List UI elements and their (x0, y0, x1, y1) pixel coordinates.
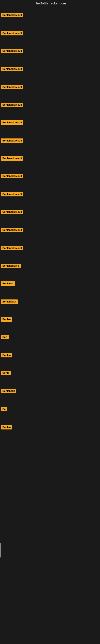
page-container: TheBottlenecker.com Bottleneck resultBot… (0, 0, 100, 644)
bottleneck-item: Bottlen (1, 353, 12, 358)
bottleneck-item: Bottleneck result (1, 192, 23, 197)
bottleneck-badge[interactable]: Bottleneck result (1, 192, 23, 196)
bottleneck-badge[interactable]: Bottleneck result (1, 228, 23, 232)
bottleneck-item: Bottleneck result (1, 49, 23, 54)
bottleneck-badge[interactable]: Bottlen (1, 353, 12, 358)
bottleneck-item: Bott (1, 335, 9, 340)
bottleneck-item: Bottleneck result (1, 85, 23, 90)
bottleneck-badge[interactable]: Bottleneck result (1, 138, 23, 143)
bottleneck-item: Bottleneck result (1, 156, 23, 162)
bottleneck-item: Bottleneck result (1, 246, 23, 251)
site-title: TheBottlenecker.com (0, 0, 100, 7)
bottleneck-badge[interactable]: Bottlen (1, 317, 12, 322)
bottleneck-item: Bottlenec (1, 281, 15, 286)
bottleneck-item: Bottleneck (1, 389, 16, 394)
bottleneck-badge[interactable]: Bottleneck r (1, 300, 18, 304)
bottleneck-item: Bottleneck result (1, 138, 23, 144)
bottleneck-badge[interactable]: Bo (1, 407, 7, 411)
bottleneck-item: Bottleneck r (1, 300, 18, 305)
bottleneck-badge[interactable]: Bott (1, 335, 9, 339)
bottleneck-item: Bottleneck result (1, 31, 23, 36)
bottleneck-badge[interactable]: Bottlenec (1, 281, 15, 286)
bottleneck-badge[interactable]: Bottleneck result (1, 13, 23, 17)
bottleneck-item: Bottleneck res (1, 264, 21, 269)
bottleneck-badge[interactable]: Bottleneck result (1, 49, 23, 53)
cursor-indicator (0, 544, 1, 558)
bottleneck-badge[interactable]: Bottleneck result (1, 210, 23, 214)
bottleneck-badge[interactable]: Bottleneck res (1, 264, 21, 268)
bottleneck-badge[interactable]: Bottleneck result (1, 120, 23, 125)
bottleneck-item: Bottleneck result (1, 13, 23, 18)
bottleneck-badge[interactable]: Bottleneck result (1, 85, 23, 89)
bottleneck-badge[interactable]: Bottleneck result (1, 156, 23, 160)
items-container: Bottleneck resultBottleneck resultBottle… (0, 7, 100, 450)
bottleneck-item: Bottleneck result (1, 103, 23, 108)
bottleneck-item: Bottleneck result (1, 120, 23, 126)
bottleneck-badge[interactable]: Bottleneck result (1, 31, 23, 36)
bottleneck-badge[interactable]: Bottleneck result (1, 174, 23, 178)
bottleneck-item: Bottleneck result (1, 67, 23, 72)
bottleneck-item: Bo (1, 407, 7, 412)
bottleneck-badge[interactable]: Bottlen (1, 425, 12, 430)
bottleneck-badge[interactable]: Bottleneck result (1, 103, 23, 107)
bottleneck-badge[interactable]: Bottleneck result (1, 67, 23, 71)
bottleneck-badge[interactable]: Bottleneck result (1, 246, 23, 250)
bottleneck-item: Bottlen (1, 317, 12, 322)
bottleneck-badge[interactable]: Bottleneck (1, 389, 16, 393)
bottleneck-item: Bottleneck result (1, 228, 23, 233)
bottleneck-item: Bottleneck result (1, 210, 23, 215)
bottleneck-badge[interactable]: Bottle (1, 371, 11, 375)
bottleneck-item: Bottle (1, 371, 11, 376)
bottleneck-item: Bottlen (1, 425, 12, 430)
bottleneck-item: Bottleneck result (1, 174, 23, 179)
